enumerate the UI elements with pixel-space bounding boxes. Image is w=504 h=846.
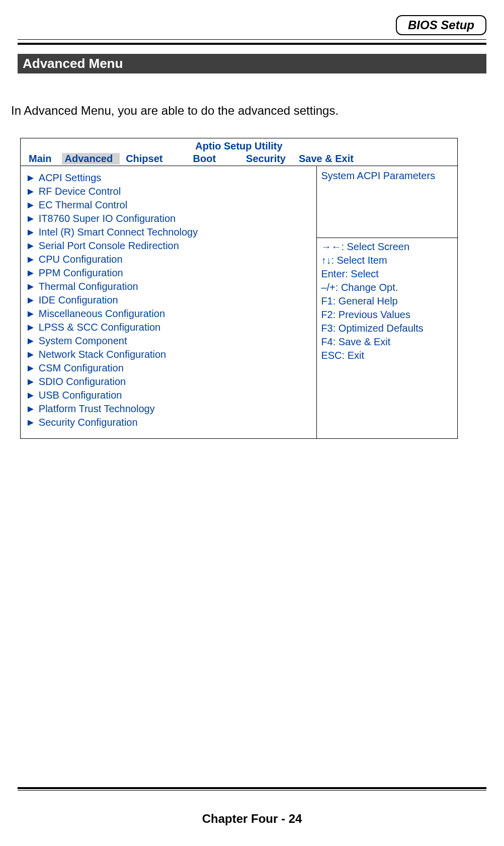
bios-window: Aptio Setup Utility Main Advanced Chipse… bbox=[20, 138, 458, 439]
menu-item[interactable]: ►CSM Configuration bbox=[26, 361, 311, 375]
arrow-icon: ► bbox=[26, 267, 36, 278]
intro-text: In Advanced Menu, you are able to do the… bbox=[10, 104, 494, 118]
rule bbox=[18, 790, 486, 791]
arrow-icon: ► bbox=[26, 281, 36, 292]
page-footer: Chapter Four - 24 bbox=[0, 812, 504, 826]
arrow-icon: ► bbox=[26, 226, 36, 238]
menu-item[interactable]: ►Miscellaneous Configuration bbox=[26, 307, 311, 321]
menu-item[interactable]: ►IDE Configuration bbox=[26, 293, 311, 307]
tab-main[interactable]: Main bbox=[26, 153, 59, 165]
menu-item[interactable]: ►IT8760 Super IO Configuration bbox=[26, 212, 311, 225]
arrow-icon: ► bbox=[26, 362, 36, 373]
tab-chipset[interactable]: Chipset bbox=[123, 153, 170, 165]
menu-item[interactable]: ►Security Configuration bbox=[26, 416, 311, 429]
hint-line: F4: Save & Exit bbox=[321, 335, 453, 349]
menu-item[interactable]: ►PPM Configuration bbox=[26, 266, 311, 280]
arrow-icon: ► bbox=[26, 254, 36, 265]
menu-item[interactable]: ►LPSS & SCC Configuration bbox=[26, 321, 311, 334]
menu-item[interactable]: ►Thermal Configuration bbox=[26, 280, 311, 293]
menu-item[interactable]: ►USB Configuration bbox=[26, 389, 311, 402]
bios-description: System ACPI Parameters bbox=[317, 166, 458, 238]
rule bbox=[18, 43, 486, 45]
header-badge: BIOS Setup bbox=[396, 15, 486, 35]
bios-title: Aptio Setup Utility bbox=[21, 138, 458, 152]
menu-item[interactable]: ►ACPI Settings bbox=[26, 171, 311, 185]
arrow-icon: ► bbox=[26, 376, 36, 387]
section-title: Advanced Menu bbox=[18, 54, 486, 73]
arrow-icon: ► bbox=[26, 213, 36, 224]
arrow-icon: ► bbox=[26, 186, 36, 197]
arrow-icon: ► bbox=[26, 349, 36, 360]
arrow-icon: ► bbox=[26, 308, 36, 319]
tab-security[interactable]: Security bbox=[226, 153, 293, 165]
arrow-icon: ► bbox=[26, 390, 36, 401]
menu-item[interactable]: ►System Component bbox=[26, 334, 311, 348]
hint-line: –/+: Change Opt. bbox=[321, 281, 453, 294]
menu-item[interactable]: ►CPU Configuration bbox=[26, 253, 311, 266]
bios-menu-list: ►ACPI Settings ►RF Device Control ►EC Th… bbox=[21, 166, 317, 439]
hint-line: F1: General Help bbox=[321, 294, 453, 308]
arrow-icon: ► bbox=[26, 417, 36, 428]
arrow-icon: ► bbox=[26, 240, 36, 251]
menu-item[interactable]: ►Platform Trust Technology bbox=[26, 402, 311, 416]
hint-line: Enter: Select bbox=[321, 267, 453, 281]
rule bbox=[18, 39, 486, 40]
rule bbox=[18, 787, 486, 789]
menu-item[interactable]: ►EC Thermal Control bbox=[26, 198, 311, 212]
hint-line: ESC: Exit bbox=[321, 349, 453, 362]
menu-item[interactable]: ►Network Stack Configuration bbox=[26, 348, 311, 361]
hint-line: F3: Optimized Defaults bbox=[321, 322, 453, 335]
menu-item[interactable]: ►RF Device Control bbox=[26, 185, 311, 198]
menu-item[interactable]: ►SDIO Configuration bbox=[26, 375, 311, 389]
hint-line: ↑↓: Select Item bbox=[321, 254, 453, 267]
bios-key-hints: →←: Select Screen ↑↓: Select Item Enter:… bbox=[317, 238, 458, 439]
tab-boot[interactable]: Boot bbox=[173, 153, 223, 165]
arrow-icon: ► bbox=[26, 294, 36, 305]
arrow-icon: ► bbox=[26, 199, 36, 210]
hint-line: →←: Select Screen bbox=[321, 240, 453, 254]
arrow-icon: ► bbox=[26, 403, 36, 414]
tab-advanced[interactable]: Advanced bbox=[62, 153, 120, 165]
menu-item[interactable]: ►Intel (R) Smart Connect Technology bbox=[26, 225, 311, 239]
menu-item[interactable]: ►Serial Port Console Redirection bbox=[26, 239, 311, 253]
bios-tabs: Main Advanced Chipset Boot Security Save… bbox=[21, 152, 458, 166]
arrow-icon: ► bbox=[26, 172, 36, 183]
tab-save-exit[interactable]: Save & Exit bbox=[296, 153, 361, 165]
arrow-icon: ► bbox=[26, 322, 36, 333]
hint-line: F2: Previous Values bbox=[321, 308, 453, 322]
arrow-icon: ► bbox=[26, 335, 36, 346]
